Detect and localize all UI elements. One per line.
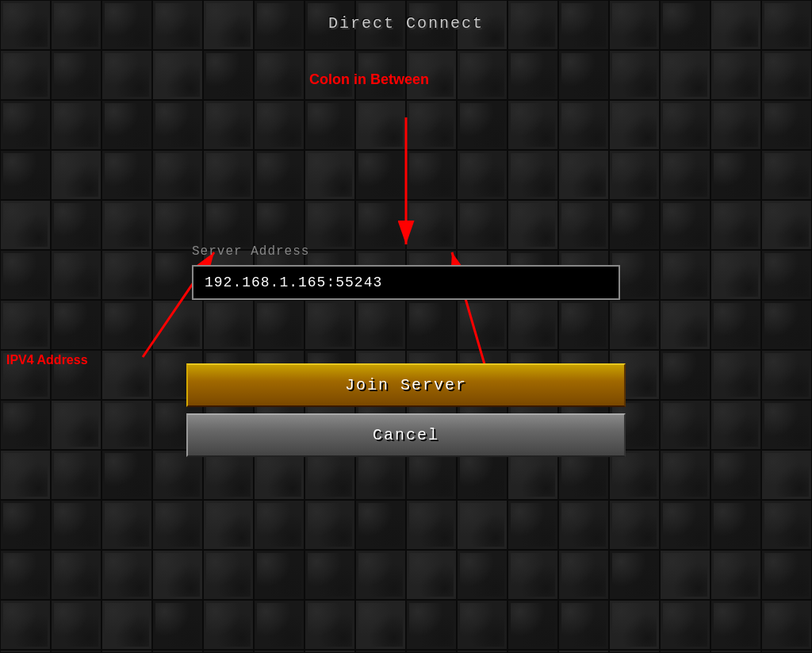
cancel-button[interactable]: Cancel (186, 413, 626, 457)
overlay: Direct Connect Colon in Between IPV4 Add… (0, 0, 812, 653)
ipv4-annotation: IPV4 Address (6, 353, 88, 367)
dialog: Server Address Join Server Cancel (184, 244, 628, 457)
page-title: Direct Connect (328, 14, 484, 33)
colon-annotation: Colon in Between (309, 71, 429, 88)
server-address-input[interactable] (192, 265, 620, 300)
minecraft-background: Direct Connect Colon in Between IPV4 Add… (0, 0, 812, 653)
join-server-button[interactable]: Join Server (186, 363, 626, 407)
field-label: Server Address (192, 244, 309, 259)
